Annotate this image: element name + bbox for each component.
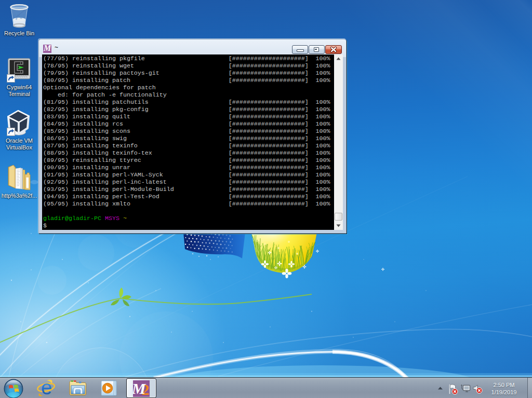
svg-text:M: M xyxy=(133,380,147,397)
svg-text:e: e xyxy=(41,378,52,398)
